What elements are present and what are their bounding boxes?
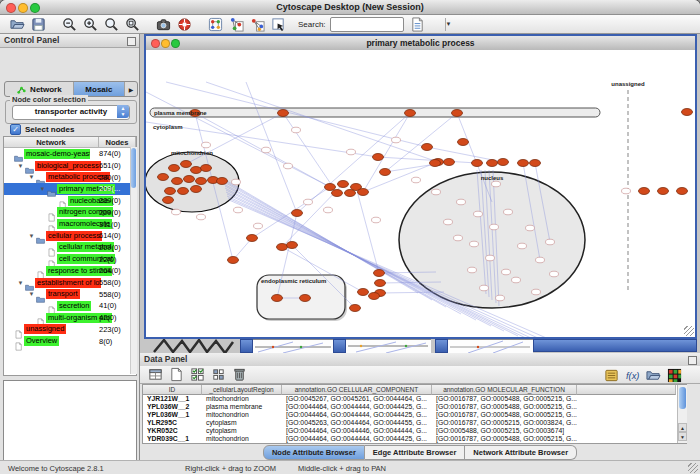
network-node[interactable] — [178, 188, 189, 195]
table-cell[interactable]: mitochondrion — [202, 411, 282, 419]
network-node[interactable] — [287, 242, 298, 249]
table-row-ykr052c[interactable]: YKR052Ccytoplasm[GO:0044464, GO:0044446,… — [143, 427, 577, 435]
table-row-ypl036w__2[interactable]: YPL036W__2plasma membrane[GO:0044464, GO… — [143, 403, 577, 411]
tree-row-response-to-stimulu[interactable]: response to stimulu264(0) — [4, 265, 137, 277]
network-node[interactable] — [191, 167, 202, 174]
zoom-selected-icon[interactable] — [102, 16, 120, 32]
tree-row-macromolecule[interactable]: macromolecule311(0) — [4, 218, 137, 230]
background-window-titlebar[interactable] — [240, 339, 253, 353]
network-node-small[interactable] — [486, 255, 495, 261]
network-node[interactable] — [350, 305, 361, 312]
table-cell[interactable]: YPL036W__1 — [143, 411, 202, 419]
zoom-window-button[interactable] — [30, 3, 40, 13]
tree-row-cellular-metabol[interactable]: cellular metabol209(0) — [4, 242, 137, 254]
network-node-small[interactable] — [496, 295, 505, 301]
network-node-small[interactable] — [504, 209, 513, 215]
network-node-small[interactable] — [347, 149, 356, 155]
network-node-small[interactable] — [432, 189, 441, 195]
table-cell[interactable]: plasma membrane — [202, 403, 282, 411]
network-node-small[interactable] — [512, 277, 521, 283]
network-node[interactable] — [272, 295, 283, 302]
create-attribute-icon[interactable] — [167, 367, 185, 383]
network-node[interactable] — [682, 109, 693, 116]
table-cell[interactable]: YKR052C — [143, 427, 202, 435]
network-node-small[interactable] — [622, 188, 631, 194]
network-node[interactable] — [405, 110, 416, 117]
tree-row-nucleobase-[interactable]: nucleobase-209(0) — [4, 195, 137, 207]
network-node[interactable] — [191, 186, 202, 193]
background-window-canvas[interactable] — [346, 339, 431, 354]
import-attributes-icon[interactable] — [644, 367, 662, 383]
background-window-canvas[interactable] — [448, 339, 533, 354]
network-node-small[interactable] — [444, 219, 453, 225]
network-window[interactable]: primary metabolic process plasma membran… — [144, 34, 697, 339]
network-node[interactable] — [201, 165, 212, 172]
network-node[interactable] — [345, 190, 356, 197]
background-window-overview[interactable] — [152, 339, 242, 353]
network-node-small[interactable] — [202, 142, 211, 148]
close-network-button[interactable] — [151, 39, 160, 48]
network-node[interactable] — [165, 188, 176, 195]
tree-expander-icon[interactable]: ▼ — [17, 280, 24, 286]
search-dropdown-arrow-icon[interactable]: ▼ — [445, 18, 452, 31]
tab-network-attribute-browser[interactable]: Network Attribute Browser — [465, 445, 577, 460]
table-cell[interactable]: [GO:0044464, GO:0044444, GO:0044425, G..… — [282, 411, 432, 419]
network-node-small[interactable] — [518, 243, 527, 249]
network-node[interactable] — [373, 154, 384, 161]
network-node[interactable] — [444, 159, 455, 166]
network-node-small[interactable] — [324, 207, 333, 213]
table-cell[interactable]: YJR121W__1 — [143, 395, 202, 403]
network-node[interactable] — [430, 160, 441, 167]
table-cell[interactable]: YLR295C — [143, 419, 202, 427]
network-node[interactable] — [380, 169, 391, 176]
help-lifesaver-icon[interactable] — [175, 16, 193, 32]
plasma-membrane-region[interactable] — [150, 108, 600, 117]
network-node[interactable] — [487, 160, 498, 167]
table-column-region[interactable]: _cellularLayoutRegion — [202, 385, 282, 395]
table-column-id[interactable]: ID — [143, 385, 202, 395]
tree-row-cell-communicat[interactable]: cell communicat22(0) — [4, 253, 137, 265]
tree-row-cellular-process[interactable]: ▼cellular process614(0) — [4, 230, 137, 242]
network-node[interactable] — [278, 110, 289, 117]
background-window-titlebar[interactable] — [333, 339, 346, 353]
tree-expander-icon[interactable]: ▼ — [39, 186, 46, 192]
network-resize-grip[interactable] — [684, 326, 694, 336]
network-node-small[interactable] — [292, 127, 301, 133]
network-node[interactable] — [228, 257, 239, 264]
scroll-up-arrow[interactable]: ▲ — [678, 423, 687, 432]
tree-expander-icon[interactable]: ▼ — [17, 163, 24, 169]
table-cell[interactable]: [GO:0045263, GO:0044464, GO:0044455, G..… — [282, 419, 432, 427]
network-graph[interactable]: plasma membranecytoplasmmitochondrionnuc… — [146, 50, 695, 337]
dropdown-stepper-icon[interactable]: ▲▼ — [117, 105, 129, 118]
tree-scrollbar-thumb[interactable] — [131, 148, 136, 188]
zoom-network-button[interactable] — [171, 39, 180, 48]
annotation-network-alt-icon[interactable] — [248, 16, 266, 32]
table-cell[interactable]: [GO:0016787, GO:0005488, GO:0005215, G..… — [432, 403, 577, 411]
network-node[interactable] — [358, 189, 369, 196]
snapshot-camera-icon[interactable] — [154, 16, 172, 32]
table-cell[interactable]: mitochondrion — [202, 395, 282, 403]
network-node-small[interactable] — [372, 217, 381, 223]
network-node-small[interactable] — [480, 285, 489, 291]
network-node[interactable] — [217, 178, 228, 185]
background-window-titlebar[interactable] — [533, 339, 697, 352]
network-node-small[interactable] — [304, 199, 313, 205]
table-cell[interactable]: [GO:0016787, GO:0005215, GO:0003824, G..… — [432, 419, 577, 427]
network-node-small[interactable] — [234, 207, 243, 213]
tree-expander-icon[interactable]: ▼ — [28, 233, 35, 239]
table-column-molecular-function[interactable]: annotation.GO MOLECULAR_FUNCTION — [432, 385, 577, 395]
app-titlebar[interactable]: Cytoscape Desktop (New Session) — [0, 0, 700, 15]
save-session-icon[interactable] — [29, 16, 47, 32]
network-node[interactable] — [452, 110, 463, 117]
network-node[interactable] — [658, 188, 669, 195]
network-node[interactable] — [184, 176, 195, 183]
tree-scrollbar[interactable] — [130, 147, 137, 374]
tab-mosaic[interactable]: Mosaic — [74, 82, 125, 96]
network-node-small[interactable] — [474, 211, 483, 217]
minimize-network-button[interactable] — [161, 39, 170, 48]
vizmapper-icon[interactable] — [206, 16, 224, 32]
table-row-ydr039c__1[interactable]: YDR039C__1mitochondrion[GO:0044464, GO:0… — [143, 435, 577, 443]
zoom-in-icon[interactable] — [81, 16, 99, 32]
network-canvas[interactable]: plasma membranecytoplasmmitochondrionnuc… — [146, 50, 695, 337]
network-node-small[interactable] — [284, 163, 293, 169]
